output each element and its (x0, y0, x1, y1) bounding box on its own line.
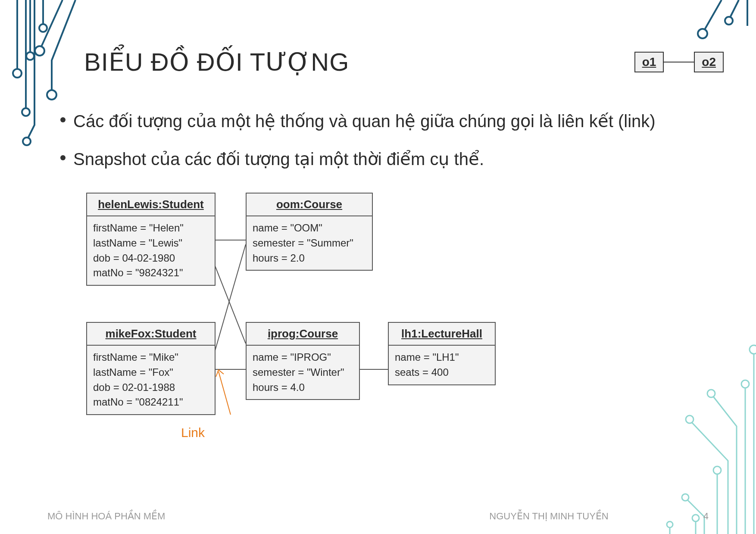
bullet-dot-icon (60, 155, 66, 160)
object-box-iprog: iprog:Course name = "IPROG" semester = "… (246, 322, 360, 400)
object-attr: lastName = "Fox" (93, 365, 209, 380)
object-body: firstName = "Helen" lastName = "Lewis" d… (87, 216, 215, 285)
svg-line-21 (213, 244, 246, 356)
svg-point-12 (686, 415, 694, 423)
object-attr: matNo = "0824211" (93, 395, 209, 410)
object-attr: name = "OOM" (253, 221, 366, 236)
object-attr: semester = "Summer" (253, 236, 366, 251)
object-attr: dob = 04-02-1980 (93, 251, 209, 266)
page-title: BIỂU ĐỒ ĐỐI TƯỢNG (84, 47, 349, 77)
notation-object-o2: o2 (694, 52, 724, 72)
object-box-oom: oom:Course name = "OOM" semester = "Summ… (246, 193, 373, 271)
object-attr: firstName = "Helen" (93, 221, 209, 236)
object-header: helenLewis:Student (87, 194, 215, 216)
object-attr: seats = 400 (395, 365, 489, 380)
object-link-notation: o1 o2 (634, 52, 724, 72)
svg-point-2 (35, 46, 44, 56)
object-box-mike: mikeFox:Student firstName = "Mike" lastN… (86, 322, 216, 415)
object-diagram: helenLewis:Student firstName = "Helen" l… (86, 193, 629, 468)
svg-line-20 (213, 262, 246, 344)
svg-line-22 (219, 372, 231, 415)
svg-point-9 (750, 345, 756, 354)
notation-link-line (664, 62, 694, 62)
svg-point-14 (682, 494, 689, 501)
svg-point-4 (39, 24, 47, 32)
object-header: mikeFox:Student (87, 323, 215, 346)
bullet-text: Snapshot của các đối tượng tại một thời … (73, 146, 484, 172)
bullet-item: Snapshot của các đối tượng tại một thời … (60, 146, 704, 172)
object-attr: lastName = "Lewis" (93, 236, 209, 251)
object-header: lh1:LectureHall (389, 323, 495, 346)
svg-point-16 (667, 522, 673, 528)
object-header: oom:Course (247, 194, 372, 216)
svg-point-11 (707, 390, 715, 397)
object-attr: hours = 2.0 (253, 251, 366, 266)
notation-object-o1: o1 (634, 52, 664, 72)
footer-right: NGUYỄN THỊ MINH TUYỀN (489, 511, 608, 522)
object-body: name = "IPROG" semester = "Winter" hours… (247, 346, 359, 399)
bullet-list: Các đối tượng của một hệ thống và quan h… (60, 108, 704, 184)
svg-point-0 (13, 69, 22, 78)
object-body: name = "LH1" seats = 400 (389, 346, 495, 384)
svg-point-13 (713, 466, 721, 474)
bullet-text: Các đối tượng của một hệ thống và quan h… (73, 108, 656, 134)
object-attr: name = "IPROG" (253, 350, 353, 365)
object-attr: hours = 4.0 (253, 380, 353, 395)
object-attr: semester = "Winter" (253, 365, 353, 380)
svg-point-3 (47, 90, 56, 100)
svg-point-7 (698, 29, 707, 38)
bullet-item: Các đối tượng của một hệ thống và quan h… (60, 108, 704, 134)
link-annotation-arrow (213, 367, 244, 419)
slide-footer: MÔ HÌNH HOÁ PHẦN MỀM NGUYỄN THỊ MINH TUY… (0, 511, 756, 522)
svg-point-8 (725, 17, 733, 25)
svg-point-1 (26, 52, 34, 60)
object-box-lh1: lh1:LectureHall name = "LH1" seats = 400 (388, 322, 496, 385)
object-body: name = "OOM" semester = "Summer" hours =… (247, 216, 372, 270)
link-annotation-label: Link (181, 425, 205, 440)
object-box-helen: helenLewis:Student firstName = "Helen" l… (86, 193, 216, 286)
object-attr: matNo = "9824321" (93, 265, 209, 281)
svg-point-10 (741, 380, 749, 388)
svg-point-5 (22, 108, 30, 116)
bullet-dot-icon (60, 117, 66, 122)
object-attr: dob = 02-01-1988 (93, 380, 209, 395)
footer-left: MÔ HÌNH HOÁ PHẦN MỀM (47, 511, 165, 522)
object-header: iprog:Course (247, 323, 359, 346)
object-body: firstName = "Mike" lastName = "Fox" dob … (87, 346, 215, 414)
object-attr: firstName = "Mike" (93, 350, 209, 365)
svg-point-6 (23, 137, 31, 145)
object-attr: name = "LH1" (395, 350, 489, 365)
page-number: 4 (703, 511, 709, 522)
